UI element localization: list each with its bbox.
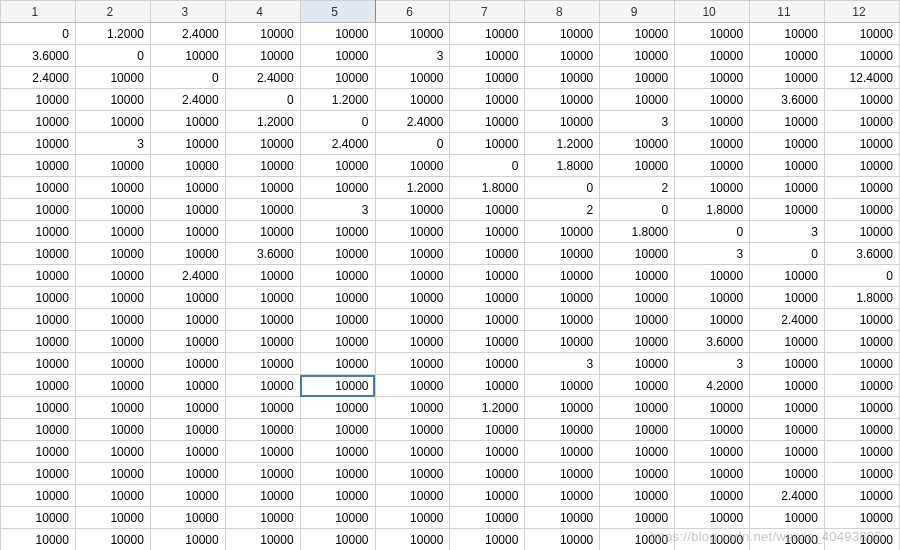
cell[interactable]: 10000 bbox=[824, 177, 899, 199]
cell[interactable]: 10000 bbox=[750, 463, 825, 485]
cell[interactable]: 10000 bbox=[600, 463, 675, 485]
column-header[interactable]: 6 bbox=[375, 1, 450, 23]
cell[interactable]: 3.6000 bbox=[675, 331, 750, 353]
cell[interactable]: 10000 bbox=[450, 265, 525, 287]
cell[interactable]: 10000 bbox=[150, 243, 225, 265]
cell[interactable]: 10000 bbox=[525, 397, 600, 419]
cell[interactable]: 10000 bbox=[375, 287, 450, 309]
cell[interactable]: 0 bbox=[525, 177, 600, 199]
cell[interactable]: 10000 bbox=[450, 221, 525, 243]
cell[interactable]: 10000 bbox=[525, 265, 600, 287]
cell[interactable]: 10000 bbox=[750, 111, 825, 133]
cell[interactable]: 10000 bbox=[600, 133, 675, 155]
cell[interactable]: 10000 bbox=[750, 397, 825, 419]
cell[interactable]: 10000 bbox=[750, 419, 825, 441]
cell[interactable]: 2.4000 bbox=[225, 67, 300, 89]
cell[interactable]: 10000 bbox=[150, 309, 225, 331]
cell[interactable]: 3 bbox=[525, 353, 600, 375]
cell[interactable]: 10000 bbox=[450, 111, 525, 133]
cell[interactable]: 10000 bbox=[375, 155, 450, 177]
cell[interactable]: 10000 bbox=[1, 243, 76, 265]
cell[interactable]: 10000 bbox=[150, 397, 225, 419]
cell[interactable]: 10000 bbox=[150, 353, 225, 375]
cell[interactable]: 10000 bbox=[375, 441, 450, 463]
cell[interactable]: 10000 bbox=[1, 309, 76, 331]
cell[interactable]: 10000 bbox=[824, 133, 899, 155]
cell[interactable]: 10000 bbox=[225, 155, 300, 177]
cell[interactable]: 10000 bbox=[75, 243, 150, 265]
cell[interactable]: 10000 bbox=[675, 441, 750, 463]
cell[interactable]: 10000 bbox=[750, 23, 825, 45]
cell[interactable]: 10000 bbox=[450, 419, 525, 441]
cell[interactable]: 10000 bbox=[150, 441, 225, 463]
cell[interactable]: 10000 bbox=[1, 221, 76, 243]
cell[interactable]: 10000 bbox=[675, 133, 750, 155]
cell[interactable]: 2 bbox=[600, 177, 675, 199]
cell[interactable]: 1.8000 bbox=[450, 177, 525, 199]
cell[interactable]: 10000 bbox=[225, 287, 300, 309]
column-header[interactable]: 10 bbox=[675, 1, 750, 23]
cell[interactable]: 0 bbox=[450, 155, 525, 177]
cell[interactable]: 3 bbox=[675, 243, 750, 265]
cell[interactable]: 10000 bbox=[300, 177, 375, 199]
cell[interactable]: 10000 bbox=[600, 419, 675, 441]
cell[interactable]: 10000 bbox=[300, 463, 375, 485]
cell[interactable]: 10000 bbox=[225, 45, 300, 67]
cell[interactable]: 10000 bbox=[1, 111, 76, 133]
cell[interactable]: 10000 bbox=[525, 111, 600, 133]
cell[interactable]: 10000 bbox=[600, 507, 675, 529]
cell[interactable]: 10000 bbox=[75, 353, 150, 375]
cell[interactable]: 10000 bbox=[675, 287, 750, 309]
cell[interactable]: 10000 bbox=[300, 155, 375, 177]
spreadsheet-grid[interactable]: 123456789101112 01.20002.400010000100001… bbox=[0, 0, 900, 550]
cell[interactable]: 10000 bbox=[824, 23, 899, 45]
cell[interactable]: 10000 bbox=[225, 221, 300, 243]
cell[interactable]: 10000 bbox=[600, 45, 675, 67]
cell[interactable]: 10000 bbox=[675, 419, 750, 441]
cell[interactable]: 10000 bbox=[450, 353, 525, 375]
cell[interactable]: 10000 bbox=[525, 23, 600, 45]
cell[interactable]: 10000 bbox=[150, 133, 225, 155]
cell[interactable]: 10000 bbox=[600, 353, 675, 375]
cell[interactable]: 10000 bbox=[225, 199, 300, 221]
cell[interactable]: 10000 bbox=[1, 485, 76, 507]
cell[interactable]: 10000 bbox=[300, 23, 375, 45]
cell[interactable]: 10000 bbox=[375, 419, 450, 441]
cell[interactable]: 10000 bbox=[675, 45, 750, 67]
cell[interactable]: 3.6000 bbox=[225, 243, 300, 265]
cell[interactable]: 4.2000 bbox=[675, 375, 750, 397]
cell[interactable]: 10000 bbox=[600, 397, 675, 419]
cell[interactable]: 10000 bbox=[150, 177, 225, 199]
cell[interactable]: 10000 bbox=[675, 155, 750, 177]
cell[interactable]: 10000 bbox=[750, 155, 825, 177]
cell[interactable]: 10000 bbox=[824, 221, 899, 243]
cell[interactable]: 10000 bbox=[225, 397, 300, 419]
cell[interactable]: 10000 bbox=[75, 67, 150, 89]
cell[interactable]: 10000 bbox=[450, 199, 525, 221]
cell[interactable]: 10000 bbox=[1, 331, 76, 353]
cell[interactable]: 3.6000 bbox=[750, 89, 825, 111]
cell[interactable]: 10000 bbox=[75, 287, 150, 309]
column-header[interactable]: 5 bbox=[300, 1, 375, 23]
cell[interactable]: 2.4000 bbox=[150, 23, 225, 45]
cell[interactable]: 10000 bbox=[525, 45, 600, 67]
cell[interactable]: 10000 bbox=[600, 23, 675, 45]
cell[interactable]: 10000 bbox=[75, 441, 150, 463]
cell[interactable]: 10000 bbox=[750, 375, 825, 397]
column-header[interactable]: 12 bbox=[824, 1, 899, 23]
cell[interactable]: 10000 bbox=[525, 463, 600, 485]
cell[interactable]: 10000 bbox=[1, 265, 76, 287]
cell[interactable]: 10000 bbox=[1, 463, 76, 485]
cell[interactable]: 10000 bbox=[375, 331, 450, 353]
cell[interactable]: 0 bbox=[824, 265, 899, 287]
cell[interactable]: 10000 bbox=[1, 397, 76, 419]
cell[interactable]: 10000 bbox=[1, 133, 76, 155]
cell[interactable]: 10000 bbox=[375, 23, 450, 45]
cell[interactable]: 10000 bbox=[750, 353, 825, 375]
cell[interactable]: 10000 bbox=[525, 375, 600, 397]
cell[interactable]: 10000 bbox=[300, 221, 375, 243]
cell[interactable]: 10000 bbox=[824, 507, 899, 529]
cell[interactable]: 10000 bbox=[600, 243, 675, 265]
cell[interactable]: 10000 bbox=[824, 309, 899, 331]
cell[interactable]: 10000 bbox=[525, 419, 600, 441]
